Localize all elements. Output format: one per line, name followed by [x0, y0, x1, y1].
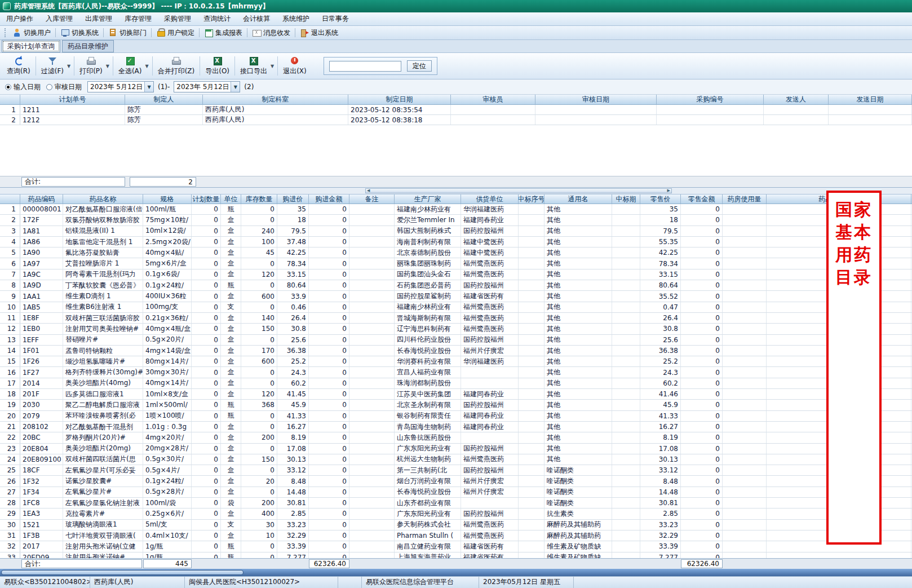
- detail-table-row[interactable]: 21208102对乙酰氨基酚干混悬剂1.01g：0.3g0盒016.270青岛国…: [0, 422, 912, 432]
- radio-selected-icon[interactable]: [5, 84, 11, 90]
- menu-item-5[interactable]: 采购管理: [158, 12, 197, 25]
- query-button[interactable]: 查询(R): [3, 54, 34, 78]
- detail-column-header-3[interactable]: 规格: [143, 194, 192, 204]
- detail-table-row[interactable]: 202079苯环喹溴铵鼻喷雾剂(必1喷×100喷/0瓶041.330银谷制药有限…: [0, 411, 912, 422]
- detail-table-row[interactable]: 151F26缬沙坦氢氯噻嗪片#80mg×14片/0盒60025.20华润赛科药业…: [0, 356, 912, 367]
- detail-column-header-15[interactable]: 零售价: [640, 194, 681, 204]
- detail-column-header-12[interactable]: 中标序号: [519, 194, 544, 204]
- scroll-right-icon[interactable]: ▶: [667, 189, 670, 193]
- detail-table-row[interactable]: 192030聚乙二醇电解质口服溶液1ml×500ml/0瓶36845.90北京圣…: [0, 400, 912, 410]
- detail-table-row[interactable]: 31A81铝镁混悬液(II) 110ml×12袋/0盒24079.50韩国大熊制…: [0, 226, 912, 237]
- detail-table-row[interactable]: 261F32诺氟沙星胶囊#0.1g×24粒/0盒208.480烟台万润药业有限福…: [0, 476, 912, 487]
- print-button[interactable]: 打印(P): [76, 54, 106, 78]
- menu-item-9[interactable]: 日常事务: [316, 12, 355, 25]
- search-input[interactable]: [329, 61, 401, 72]
- detail-table-row[interactable]: 311F3B七叶洋地黄双苷滴眼液(0.4ml×10支/0盒1032.290Pha…: [0, 530, 912, 541]
- switch-dept-button[interactable]: 切换部门: [105, 27, 150, 39]
- exit-system-button[interactable]: 退出系统: [296, 27, 342, 39]
- detail-table-row[interactable]: 81A9D丁苯酞软胶囊《恩必普》0.1g×24粒/0瓶080.640石药集团恩必…: [0, 280, 912, 291]
- date-type-option-1[interactable]: 输入日期: [5, 82, 41, 92]
- plan-column-header-8[interactable]: 发送人: [764, 95, 829, 104]
- detail-table-row[interactable]: 91AA1维生素D滴剂 1400IU×36粒0盒60033.90国药控股星鲨制药…: [0, 291, 912, 302]
- scroll-left-icon[interactable]: ◀: [367, 189, 370, 193]
- detail-table-row[interactable]: 71A9C阿奇霉素干混悬剂(玛力0.1g×6袋/0盒12033.150国药集团汕…: [0, 269, 912, 280]
- detail-table-row[interactable]: 51A90氟比洛芬凝胶贴膏40mg×4贴/0盒4542.250北京泰德制药股份福…: [0, 247, 912, 258]
- detail-table-row[interactable]: 131EFF替硝唑片#0.5g×20片/0盒025.60四川科伦药业股份国药控股…: [0, 335, 912, 346]
- detail-table-row[interactable]: 161F27格列齐特缓释片(30mg)#30mg×30片/0盒024.30宜昌人…: [0, 367, 912, 378]
- integrated-report-button[interactable]: 集成报表: [201, 27, 246, 39]
- menu-item-3[interactable]: 出库管理: [79, 12, 118, 25]
- menu-item-4[interactable]: 库存管理: [118, 12, 158, 25]
- menu-item-1[interactable]: 用户操作: [0, 12, 39, 25]
- detail-table-row[interactable]: 301521玻璃酸钠滴眼液15ml/支0支3033.230参天制药株式会社福州鹭…: [0, 520, 912, 530]
- tab-1[interactable]: 采购计划单查询: [2, 40, 60, 52]
- detail-table-row[interactable]: 3320ED09注射用头孢米诺钠#1g/瓶0瓶07.2770上海旭东海普药业福建…: [0, 552, 912, 559]
- locate-button[interactable]: 定位: [407, 60, 432, 72]
- plan-column-header-6[interactable]: 审核日期: [535, 95, 657, 104]
- user-lock-button[interactable]: 用户锁定: [153, 27, 198, 39]
- print-dropdown-arrow[interactable]: ▼: [106, 64, 109, 69]
- exit-button[interactable]: 退出(X): [280, 54, 310, 78]
- plan-column-header-3[interactable]: 制定科室: [203, 95, 348, 104]
- interface-export-dropdown-arrow[interactable]: ▼: [271, 64, 274, 69]
- detail-table-row[interactable]: 281FC8左氧氟沙星氯化钠注射液100ml/袋0袋20030.810山东齐都药…: [0, 498, 912, 509]
- plan-column-header-4[interactable]: 制定日期: [348, 95, 451, 104]
- menu-item-2[interactable]: 入库管理: [39, 12, 79, 25]
- message-button[interactable]: 消息收发: [249, 27, 294, 39]
- detail-table-row[interactable]: 121EB0注射用艾司奥美拉唑钠#40mg×4瓶/盒0盒15030.80辽宁海思…: [0, 324, 912, 334]
- menu-item-6[interactable]: 查询统计: [197, 12, 237, 25]
- row-number-header[interactable]: [0, 194, 20, 204]
- plan-column-header-1[interactable]: 计划单号: [20, 95, 125, 104]
- menu-item-8[interactable]: 系统维护: [276, 12, 316, 25]
- menu-item-7[interactable]: 会计核算: [237, 12, 276, 25]
- detail-column-header-2[interactable]: 药品名称: [63, 194, 143, 204]
- detail-table-row[interactable]: 172014奥美沙坦酯片(40mg)40mg×14片/0盒060.20珠海润都制…: [0, 378, 912, 389]
- detail-column-header-9[interactable]: 备注: [349, 194, 395, 204]
- detail-table-row[interactable]: 2518CF左氧氟沙星片(可乐必妥0.5g×4片/0盒033.120第一三共制药…: [0, 465, 912, 476]
- plan-table-row[interactable]: 21212陈芳西药库(人民)2023-05-12 08:38:18: [0, 115, 912, 125]
- bottom-scrollbar[interactable]: [0, 569, 912, 576]
- plan-table-hscrollbar[interactable]: ◀ ▶: [0, 188, 912, 194]
- plan-column-header-9[interactable]: 发送日期: [829, 95, 912, 104]
- radio-icon[interactable]: [46, 84, 52, 90]
- detail-column-header-8[interactable]: 购进金额: [309, 194, 349, 204]
- filter-button[interactable]: 过滤(F): [38, 54, 67, 78]
- date-from-combo-dropdown-icon[interactable]: ▼: [144, 82, 153, 92]
- detail-table-row[interactable]: 61A97艾普拉唑肠溶片 15mg×6片/盒0盒078.340丽珠集团丽珠制药福…: [0, 258, 912, 269]
- tab-2[interactable]: 药品目录维护: [62, 40, 114, 52]
- detail-column-header-13[interactable]: 通用名: [544, 194, 612, 204]
- detail-column-header-16[interactable]: 零售金额: [681, 194, 723, 204]
- detail-table-row[interactable]: 111E8F双歧杆菌三联活菌肠溶胶0.21g×36粒/0盒14026.40晋城海…: [0, 313, 912, 324]
- merge-print-button[interactable]: 合并打印(Z): [154, 54, 198, 78]
- detail-column-header-10[interactable]: 生产厂家: [395, 194, 461, 204]
- detail-column-header-17[interactable]: 药房使用量: [723, 194, 767, 204]
- plan-column-header-7[interactable]: 采购编号: [657, 95, 764, 104]
- detail-table-row[interactable]: 271F34左氧氟沙星片#0.5g×28片/0盒014.480长春海悦药业股份福…: [0, 487, 912, 498]
- export-button[interactable]: 导出(O): [202, 54, 233, 78]
- detail-table-row[interactable]: 291EA3克拉霉素片#0.25g×6片/0盒4002.850广东东阳光药业有国…: [0, 509, 912, 519]
- detail-column-header-4[interactable]: 计划数量: [192, 194, 221, 204]
- detail-table-row[interactable]: 2320E804奥美沙坦酯片(20mg)20mg×28片/0盒017.080广东…: [0, 444, 912, 454]
- detail-column-header-6[interactable]: 库存数量: [241, 194, 277, 204]
- detail-table-row[interactable]: 41A86地氯雷他定干混悬剂 12.5mg×20袋/0盒10037.480海南普…: [0, 237, 912, 247]
- detail-table-row[interactable]: 2220BC罗格列酮片(20片)#4mg×20片/0盒2008.190山东鲁抗医…: [0, 432, 912, 443]
- detail-table-row[interactable]: 101AB5维生素B6注射液 1100mg/支0支00.460福建南少林药业有福…: [0, 302, 912, 313]
- detail-table-row[interactable]: 2420E809100双歧杆菌四联活菌片(思0.5g×30片/0盒15030.1…: [0, 454, 912, 465]
- date-type-option-2[interactable]: 审核日期: [46, 82, 82, 92]
- detail-column-header-7[interactable]: 购进价: [277, 194, 309, 204]
- plan-table-row[interactable]: 11211陈芳西药库(人民)2023-05-12 08:35:54: [0, 105, 912, 115]
- date-to-combo-dropdown-icon[interactable]: ▼: [231, 82, 240, 92]
- detail-column-header-5[interactable]: 单位: [221, 194, 241, 204]
- detail-table-row[interactable]: 322017注射用头孢米诺钠(立健1g/瓶0瓶033.390南昌立健药业有限福建…: [0, 541, 912, 552]
- select-all-dropdown-arrow[interactable]: ▼: [145, 64, 148, 69]
- switch-system-button[interactable]: 切换系统: [57, 27, 102, 39]
- detail-column-header-1[interactable]: 药品编码: [20, 194, 63, 204]
- detail-table-row[interactable]: 1000008001对乙酰氨基酚口服溶液(倍100ml/瓶0瓶0350福建南少林…: [0, 204, 912, 215]
- detail-table-row[interactable]: 141F01孟鲁司特钠颗粒4mg×14袋/盒0盒17036.380长春海悦药业股…: [0, 346, 912, 356]
- switch-user-button[interactable]: 切换用户: [9, 27, 54, 39]
- hscroll-thumb[interactable]: ◀ ▶: [365, 188, 672, 193]
- filter-dropdown-arrow[interactable]: ▼: [67, 64, 70, 69]
- detail-column-header-14[interactable]: 中标期: [612, 194, 640, 204]
- date-to-combo[interactable]: 2023年 5月12日▼: [174, 81, 240, 92]
- detail-table-row[interactable]: 18201F匹多莫德口服溶液110ml×8支/盒0盒12041.450江苏吴中医…: [0, 389, 912, 400]
